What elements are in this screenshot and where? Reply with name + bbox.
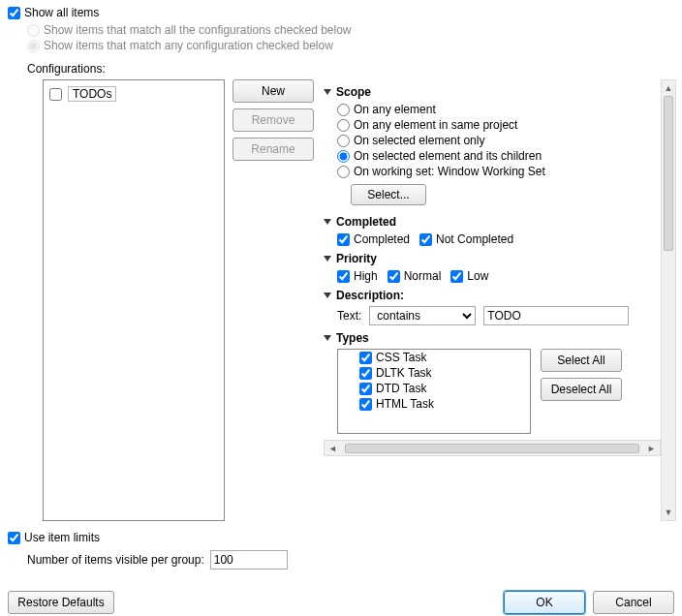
use-item-limits-label: Use item limits xyxy=(24,531,100,544)
chevron-down-icon xyxy=(324,335,331,341)
type-checkbox[interactable] xyxy=(359,367,372,380)
scope-selected-only-radio[interactable] xyxy=(337,135,350,147)
type-checkbox[interactable] xyxy=(359,398,372,411)
type-label: DLTK Task xyxy=(376,366,432,380)
type-item[interactable]: DTD Task xyxy=(356,381,530,396)
match-all-label: Show items that match all the configurat… xyxy=(44,23,352,37)
scope-option-label: On any element in same project xyxy=(354,118,517,132)
type-item[interactable]: HTML Task xyxy=(356,396,530,412)
chevron-down-icon xyxy=(324,256,331,262)
show-all-items-label: Show all items xyxy=(24,6,99,19)
completed-checkbox[interactable] xyxy=(337,233,350,246)
scope-option-label: On working set: Window Working Set xyxy=(354,165,545,178)
scope-any-element-radio[interactable] xyxy=(337,104,350,116)
config-item-checkbox[interactable] xyxy=(49,88,62,101)
description-title: Description: xyxy=(336,289,404,302)
completed-label: Completed xyxy=(354,232,410,246)
scope-working-set-radio[interactable] xyxy=(337,166,350,178)
show-all-items-checkbox[interactable] xyxy=(8,7,20,19)
vertical-scrollbar[interactable]: ▲ ▼ xyxy=(661,79,676,521)
num-items-input[interactable] xyxy=(210,550,288,570)
scope-selected-children-radio[interactable] xyxy=(337,150,350,163)
select-all-button[interactable]: Select All xyxy=(541,349,622,372)
type-checkbox[interactable] xyxy=(359,383,372,395)
priority-title: Priority xyxy=(336,252,377,265)
scope-option-label: On selected element and its children xyxy=(354,149,542,163)
scope-title: Scope xyxy=(336,85,371,99)
list-item[interactable]: TODOs xyxy=(49,86,218,102)
deselect-all-button[interactable]: Deselect All xyxy=(541,378,622,401)
types-title: Types xyxy=(336,331,369,345)
configurations-list[interactable]: TODOs xyxy=(43,79,225,521)
priority-low-checkbox[interactable] xyxy=(450,270,463,283)
priority-high-label: High xyxy=(354,269,378,283)
priority-normal-label: Normal xyxy=(404,269,442,283)
new-button[interactable]: New xyxy=(232,79,314,103)
type-label: HTML Task xyxy=(376,397,434,411)
restore-defaults-button[interactable]: Restore Defaults xyxy=(8,591,114,614)
description-text-input[interactable] xyxy=(483,306,629,325)
cancel-button[interactable]: Cancel xyxy=(593,591,674,614)
type-item[interactable]: DLTK Task xyxy=(356,365,530,381)
match-any-radio xyxy=(27,40,40,52)
match-any-label: Show items that match any configuration … xyxy=(44,39,333,52)
rename-button: Rename xyxy=(232,138,314,161)
not-completed-checkbox[interactable] xyxy=(419,233,432,246)
scope-option-label: On any element xyxy=(354,103,436,116)
completed-title: Completed xyxy=(336,215,396,229)
chevron-down-icon xyxy=(324,219,331,225)
priority-normal-checkbox[interactable] xyxy=(388,270,400,283)
num-items-label: Number of items visible per group: xyxy=(27,553,204,567)
scope-same-project-radio[interactable] xyxy=(337,119,350,132)
not-completed-label: Not Completed xyxy=(436,232,513,246)
description-text-label: Text: xyxy=(337,309,361,323)
description-mode-select[interactable]: contains xyxy=(369,306,476,325)
type-label: CSS Task xyxy=(376,351,426,364)
horizontal-scrollbar[interactable]: ◄► xyxy=(324,440,661,456)
use-item-limits-checkbox[interactable] xyxy=(8,532,20,544)
chevron-down-icon xyxy=(324,293,331,298)
types-list[interactable]: CSS Task DLTK Task DTD Task HTML Task xyxy=(337,349,531,434)
type-label: DTD Task xyxy=(376,382,426,395)
priority-low-label: Low xyxy=(467,269,488,283)
chevron-down-icon xyxy=(324,89,331,95)
priority-high-checkbox[interactable] xyxy=(337,270,350,283)
match-all-radio xyxy=(27,24,40,37)
type-item[interactable]: CSS Task xyxy=(356,350,530,365)
select-working-set-button[interactable]: Select... xyxy=(351,184,426,205)
configurations-label: Configurations: xyxy=(27,62,674,76)
type-checkbox[interactable] xyxy=(359,352,372,364)
ok-button[interactable]: OK xyxy=(504,591,585,614)
config-item-label: TODOs xyxy=(68,86,116,102)
scope-option-label: On selected element only xyxy=(354,134,484,147)
remove-button: Remove xyxy=(232,108,314,132)
